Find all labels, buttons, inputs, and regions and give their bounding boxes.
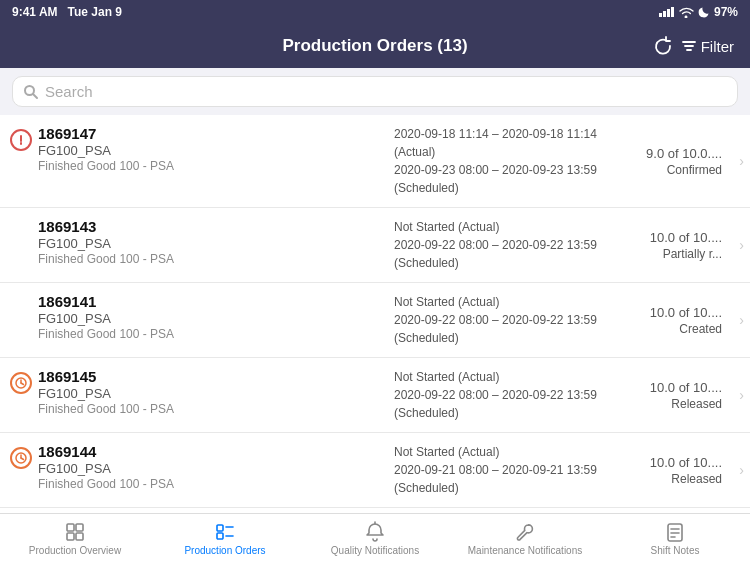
status-bar-right: 97%	[659, 5, 738, 19]
actual-time: Not Started (Actual)	[394, 443, 638, 461]
order-status: Created	[679, 322, 722, 336]
item-middle: Not Started (Actual) 2020-09-22 08:00 – …	[386, 368, 646, 422]
item-icon-col	[10, 125, 38, 197]
bell-icon	[364, 521, 386, 543]
refresh-button[interactable]	[653, 36, 673, 56]
svg-rect-15	[217, 525, 223, 531]
nav-title: Production Orders (13)	[282, 36, 467, 56]
actual-time: Not Started (Actual)	[394, 368, 638, 386]
list-item[interactable]: 1869141 FG100_PSA Finished Good 100 - PS…	[0, 283, 750, 358]
battery-label: 97%	[714, 5, 738, 19]
item-right: 10.0 of 10.... Created	[646, 293, 736, 347]
item-main: 1869141 FG100_PSA Finished Good 100 - PS…	[38, 293, 386, 347]
search-icon	[23, 84, 39, 100]
order-code: FG100_PSA	[38, 236, 386, 251]
item-icon-col	[10, 218, 38, 272]
chevron-right-icon: ›	[739, 462, 744, 478]
status-bar: 9:41 AM Tue Jan 9 97%	[0, 0, 750, 24]
order-code: FG100_PSA	[38, 461, 386, 476]
order-list: 1869147 FG100_PSA Finished Good 100 - PS…	[0, 115, 750, 513]
item-main: 1869147 FG100_PSA Finished Good 100 - PS…	[38, 125, 386, 197]
tab-quality-notifications[interactable]: Quality Notifications	[300, 514, 450, 563]
filter-label: Filter	[701, 38, 734, 55]
order-status: Partially r...	[663, 247, 722, 261]
item-middle: 2020-09-18 11:14 – 2020-09-18 11:14 (Act…	[386, 125, 646, 197]
item-main: 1869145 FG100_PSA Finished Good 100 - PS…	[38, 368, 386, 422]
search-input[interactable]	[45, 83, 727, 100]
list-icon	[214, 521, 236, 543]
item-main: 1869144 FG100_PSA Finished Good 100 - PS…	[38, 443, 386, 497]
actual-time: 2020-09-18 11:14 – 2020-09-18 11:14 (Act…	[394, 125, 638, 161]
svg-line-7	[21, 383, 24, 385]
tab-production-orders[interactable]: Production Orders	[150, 514, 300, 563]
clock-icon	[10, 372, 32, 394]
svg-rect-11	[67, 524, 74, 531]
svg-line-10	[21, 458, 24, 460]
order-name: Finished Good 100 - PSA	[38, 159, 386, 173]
list-item[interactable]: 1869140 FG100_PSA Finished Good 100 - PS…	[0, 508, 750, 513]
order-id: 1869141	[38, 293, 386, 310]
order-qty: 10.0 of 10....	[650, 305, 722, 320]
list-item[interactable]: 1869147 FG100_PSA Finished Good 100 - PS…	[0, 115, 750, 208]
order-id: 1869145	[38, 368, 386, 385]
time-label: 9:41 AM	[12, 5, 58, 19]
svg-line-4	[33, 94, 37, 98]
item-right: 10.0 of 10.... Released	[646, 368, 736, 422]
chevron-right-icon: ›	[739, 237, 744, 253]
chevron-right-icon: ›	[739, 153, 744, 169]
item-right: 10.0 of 10.... Partially r...	[646, 218, 736, 272]
clock-icon	[10, 447, 32, 469]
item-icon-col	[10, 293, 38, 347]
list-item[interactable]: 1869143 FG100_PSA Finished Good 100 - PS…	[0, 208, 750, 283]
order-name: Finished Good 100 - PSA	[38, 252, 386, 266]
grid-icon	[64, 521, 86, 543]
order-id: 1869143	[38, 218, 386, 235]
chevron-right-icon: ›	[739, 387, 744, 403]
list-item[interactable]: 1869144 FG100_PSA Finished Good 100 - PS…	[0, 433, 750, 508]
order-id: 1869144	[38, 443, 386, 460]
note-icon	[664, 521, 686, 543]
order-qty: 10.0 of 10....	[650, 455, 722, 470]
refresh-icon	[653, 36, 673, 56]
svg-rect-12	[76, 524, 83, 531]
item-middle: Not Started (Actual) 2020-09-21 08:00 – …	[386, 443, 646, 497]
tab-label: Maintenance Notifications	[468, 545, 583, 557]
actual-time: Not Started (Actual)	[394, 218, 638, 236]
item-right: 10.0 of 10.... Released	[646, 443, 736, 497]
chevron-right-icon: ›	[739, 312, 744, 328]
tab-maintenance-notifications[interactable]: Maintenance Notifications	[450, 514, 600, 563]
tab-label: Production Orders	[184, 545, 265, 557]
item-icon-col	[10, 443, 38, 497]
order-id: 1869147	[38, 125, 386, 142]
tab-bar: Production Overview Production Orders Qu…	[0, 513, 750, 563]
status-bar-left: 9:41 AM Tue Jan 9	[12, 5, 122, 19]
svg-rect-14	[76, 533, 83, 540]
order-code: FG100_PSA	[38, 311, 386, 326]
wifi-icon	[678, 6, 694, 18]
alert-icon	[10, 129, 32, 151]
item-middle: Not Started (Actual) 2020-09-22 08:00 – …	[386, 293, 646, 347]
list-item[interactable]: 1869145 FG100_PSA Finished Good 100 - PS…	[0, 358, 750, 433]
date-label: Tue Jan 9	[68, 5, 122, 19]
item-middle: Not Started (Actual) 2020-09-22 08:00 – …	[386, 218, 646, 272]
svg-rect-13	[67, 533, 74, 540]
order-name: Finished Good 100 - PSA	[38, 402, 386, 416]
item-main: 1869143 FG100_PSA Finished Good 100 - PS…	[38, 218, 386, 272]
filter-button[interactable]: Filter	[681, 38, 734, 55]
tab-shift-notes[interactable]: Shift Notes	[600, 514, 750, 563]
filter-icon	[681, 38, 697, 54]
order-status: Confirmed	[667, 163, 722, 177]
tab-production-overview[interactable]: Production Overview	[0, 514, 150, 563]
scheduled-time: 2020-09-22 08:00 – 2020-09-22 13:59 (Sch…	[394, 236, 638, 272]
search-input-wrap	[12, 76, 738, 107]
wrench-icon	[514, 521, 536, 543]
order-qty: 9.0 of 10.0....	[646, 146, 722, 161]
moon-icon	[698, 6, 710, 18]
order-code: FG100_PSA	[38, 143, 386, 158]
nav-bar: Production Orders (13) Filter	[0, 24, 750, 68]
nav-right: Filter	[653, 36, 734, 56]
order-name: Finished Good 100 - PSA	[38, 477, 386, 491]
item-icon-col	[10, 368, 38, 422]
scheduled-time: 2020-09-23 08:00 – 2020-09-23 13:59 (Sch…	[394, 161, 638, 197]
search-bar	[0, 68, 750, 115]
